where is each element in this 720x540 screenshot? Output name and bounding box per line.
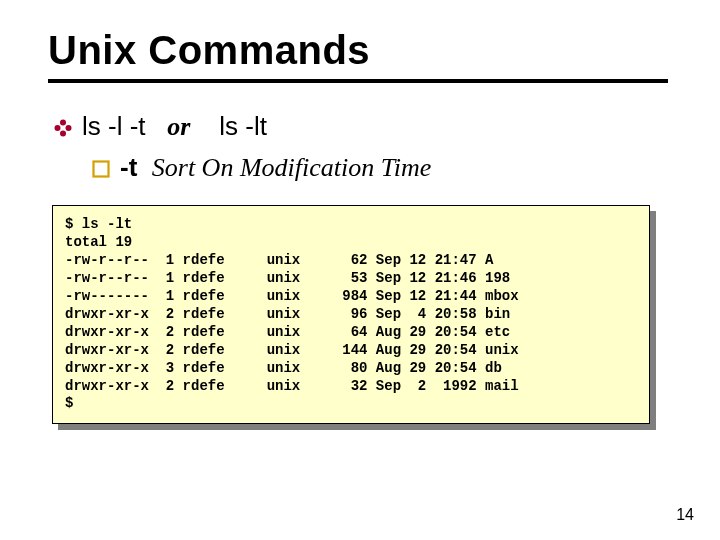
title-rule <box>48 79 668 83</box>
term-file-row: drwxr-xr-x 2 rdefe unix 64 Aug 29 20:54 … <box>65 324 637 342</box>
svg-point-0 <box>60 120 66 126</box>
term-file-row: -rw-r--r-- 1 rdefe unix 62 Sep 12 21:47 … <box>65 252 637 270</box>
bullet-1-text: ls -l -t or ls -lt <box>82 111 267 142</box>
bullet-2-text: -t Sort On Modification Time <box>120 152 431 183</box>
term-file-row: drwxr-xr-x 2 rdefe unix 32 Sep 2 1992 ma… <box>65 378 637 396</box>
bullet-1: ls -l -t or ls -lt <box>54 111 672 142</box>
term-file-row: -rw-r--r-- 1 rdefe unix 53 Sep 12 21:46 … <box>65 270 637 288</box>
slide: Unix Commands ls -l -t or ls -lt -t Sort… <box>0 0 720 540</box>
page-number: 14 <box>676 506 694 524</box>
term-line-prompt-end: $ <box>65 395 637 413</box>
svg-point-1 <box>60 131 66 137</box>
flag-t: -t <box>120 152 137 182</box>
flower-bullet-icon <box>54 119 72 137</box>
cmd-2: ls -lt <box>219 111 267 141</box>
square-bullet-icon <box>92 160 110 178</box>
svg-point-2 <box>55 125 61 131</box>
flag-desc: Sort On Modification Time <box>152 153 432 182</box>
svg-point-3 <box>66 125 72 131</box>
term-line-prompt: $ ls -lt <box>65 216 637 234</box>
term-file-row: drwxr-xr-x 2 rdefe unix 96 Sep 4 20:58 b… <box>65 306 637 324</box>
term-file-row: drwxr-xr-x 3 rdefe unix 80 Aug 29 20:54 … <box>65 360 637 378</box>
term-line-total: total 19 <box>65 234 637 252</box>
svg-rect-4 <box>94 162 109 177</box>
slide-title: Unix Commands <box>48 28 672 73</box>
term-file-row: -rw------- 1 rdefe unix 984 Sep 12 21:44… <box>65 288 637 306</box>
cmd-1: ls -l -t <box>82 111 146 141</box>
bullet-2: -t Sort On Modification Time <box>92 152 672 183</box>
terminal-output: $ ls -lt total 19 -rw-r--r-- 1 rdefe uni… <box>52 205 650 424</box>
or-word: or <box>167 112 190 141</box>
terminal-block: $ ls -lt total 19 -rw-r--r-- 1 rdefe uni… <box>52 205 650 424</box>
term-file-row: drwxr-xr-x 2 rdefe unix 144 Aug 29 20:54… <box>65 342 637 360</box>
